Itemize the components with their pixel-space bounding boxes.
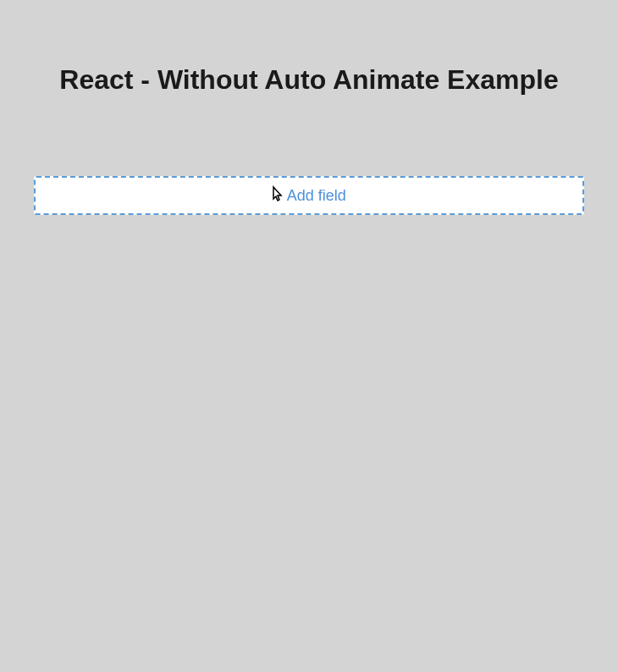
add-field-label: Add field: [287, 187, 346, 205]
plus-icon: +: [272, 187, 282, 204]
add-field-button[interactable]: + Add field: [34, 176, 584, 215]
page-title: React - Without Auto Animate Example: [0, 59, 618, 100]
add-field-container: + Add field: [34, 176, 584, 215]
